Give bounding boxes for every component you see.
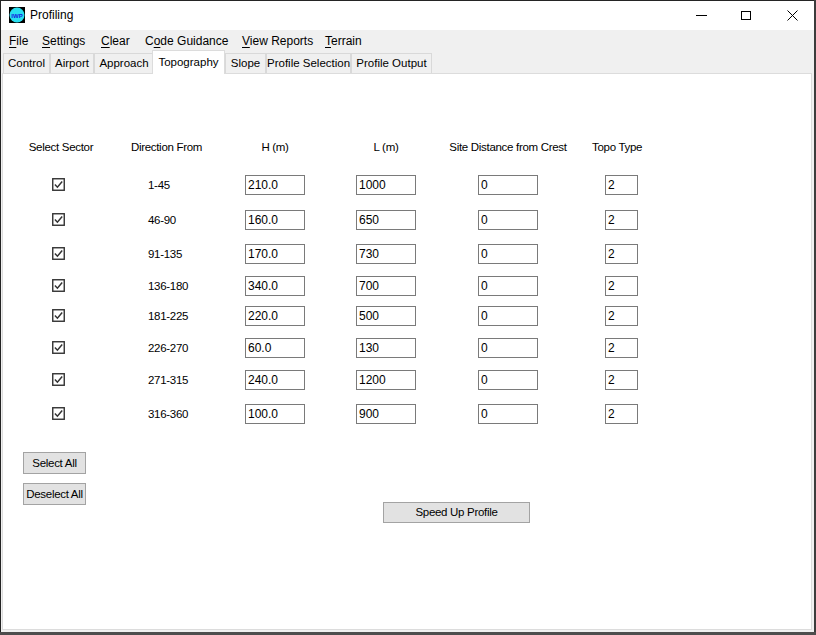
svg-text:IWP: IWP [11, 13, 22, 19]
